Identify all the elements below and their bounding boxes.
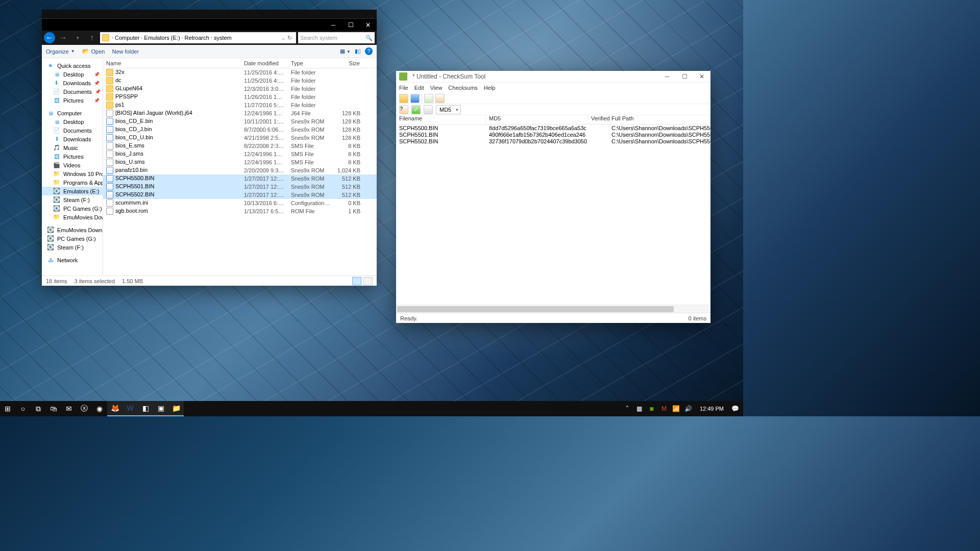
- nav-computer-item[interactable]: 🎵Music: [42, 143, 103, 152]
- nav-computer-item[interactable]: 🎬Videos: [42, 161, 103, 169]
- address-bar[interactable]: › Computer › Emulators (E:) › Retroarch …: [100, 32, 296, 43]
- maximize-button[interactable]: ☐: [676, 71, 693, 83]
- nav-quick-item[interactable]: ⬇Downloads📌: [42, 79, 103, 87]
- minimize-button[interactable]: ─: [325, 19, 342, 31]
- nav-computer-item[interactable]: 📁EmuMovies Downlo: [42, 213, 103, 221]
- col-date[interactable]: Date modified: [241, 60, 288, 66]
- recent-dropdown[interactable]: ▾: [71, 32, 84, 44]
- verify-button[interactable]: ✓: [411, 105, 421, 114]
- task-view-button[interactable]: ⧉: [31, 401, 46, 416]
- file-row[interactable]: SCPH5500.BIN 1/27/2017 12:39 PM Snes9x R…: [103, 174, 377, 183]
- details-view-button[interactable]: [352, 277, 361, 285]
- organize-menu[interactable]: Organize ▼: [46, 48, 75, 55]
- menu-file[interactable]: File: [399, 85, 408, 91]
- save-button[interactable]: [410, 94, 420, 103]
- menu-help[interactable]: Help: [484, 85, 496, 91]
- nav-quick-item[interactable]: 🖥Desktop📌: [42, 70, 103, 79]
- steam-icon[interactable]: ◉: [92, 401, 107, 416]
- minimize-button[interactable]: ─: [658, 71, 676, 83]
- nav-extra-item[interactable]: 💽EmuMovies Downloa: [42, 226, 103, 234]
- calculate-button[interactable]: [424, 105, 433, 114]
- col-md5[interactable]: MD5: [486, 115, 588, 124]
- file-row[interactable]: dc 11/25/2016 4:38 PM File folder: [103, 77, 377, 85]
- nav-computer-item[interactable]: 💽PC Games (G:): [42, 204, 103, 213]
- checksum-columns-header[interactable]: Filename MD5 Verified Full Path: [396, 115, 710, 124]
- file-row[interactable]: GLupeN64 12/3/2016 3:00 AM File folder: [103, 85, 377, 93]
- checksum-row[interactable]: SCPH5502.BIN 32736f17079d0b2b7024407c39b…: [396, 138, 710, 144]
- file-row[interactable]: sgb.boot.rom 1/13/2017 6:54 PM ROM File …: [103, 207, 377, 215]
- breadcrumb-segment[interactable]: Emulators (E:): [143, 35, 181, 41]
- nav-quick-access[interactable]: ★Quick access: [42, 61, 103, 70]
- menu-view[interactable]: View: [430, 85, 443, 91]
- help-button[interactable]: ?: [365, 47, 373, 55]
- nav-computer-item[interactable]: 📁Programs & Applica: [42, 178, 103, 187]
- store-icon[interactable]: 🛍: [46, 401, 61, 416]
- tray-chevron-icon[interactable]: ˄: [623, 405, 631, 413]
- checksum-row[interactable]: SCPH5500.BIN 8dd7d5296a650fac7319bce665a…: [396, 124, 710, 131]
- explorer-taskbar-icon[interactable]: 📁: [168, 401, 184, 416]
- view-options-button[interactable]: ▦ ▼: [340, 48, 351, 55]
- open-file-button[interactable]: [399, 94, 408, 103]
- file-row[interactable]: bios_E.sms 8/22/2008 2:30 AM SMS File 8 …: [103, 142, 377, 150]
- copy-button[interactable]: [424, 94, 433, 103]
- col-size[interactable]: Size: [334, 60, 363, 66]
- tray-gmail-icon[interactable]: M: [660, 405, 668, 413]
- col-filename[interactable]: Filename: [396, 115, 486, 124]
- word-icon[interactable]: W: [122, 401, 138, 416]
- checksum-list[interactable]: SCPH5500.BIN 8dd7d5296a650fac7319bce665a…: [396, 124, 710, 305]
- icons-view-button[interactable]: [363, 277, 373, 285]
- taskbar[interactable]: ⊞ ○ ⧉ 🛍 ✉ ⓧ ◉ 🦊 W ◧ ▣ 📁 ˄ ▦ ◙ M 📶 🔊 12:4…: [0, 401, 743, 416]
- nav-computer[interactable]: 🖥Computer: [42, 109, 103, 117]
- preview-pane-button[interactable]: ▮▯: [355, 48, 361, 55]
- search-input[interactable]: Search system 🔍: [298, 32, 375, 43]
- app-icon[interactable]: ◧: [138, 401, 153, 416]
- algorithm-dropdown[interactable]: MD5: [436, 105, 461, 114]
- file-row[interactable]: PPSSPP 11/26/2016 12:27 ... File folder: [103, 93, 377, 101]
- close-button[interactable]: ✕: [693, 71, 710, 83]
- firefox-icon[interactable]: 🦊: [107, 401, 122, 416]
- file-row[interactable]: panafz10.bin 2/20/2009 9:31 AM Snes9x RO…: [103, 166, 377, 174]
- action-center-icon[interactable]: 💬: [731, 405, 739, 413]
- nav-computer-item[interactable]: 💽Steam (F:): [42, 195, 103, 204]
- close-button[interactable]: ✕: [359, 19, 377, 31]
- xbox-icon[interactable]: ⓧ: [77, 401, 92, 416]
- checksum-row[interactable]: SCPH5501.BIN 490f666e1afb15b7362b406ed1c…: [396, 131, 710, 138]
- nav-quick-item[interactable]: 🖼Pictures📌: [42, 96, 103, 105]
- mail-icon[interactable]: ✉: [61, 401, 77, 416]
- file-row[interactable]: bios_CD_U.bin 4/21/1998 2:57 AM Snes9x R…: [103, 134, 377, 142]
- breadcrumb-segment[interactable]: Computer: [114, 35, 140, 41]
- nav-extra-item[interactable]: 💽Steam (F:): [42, 243, 103, 252]
- tray-network-icon[interactable]: 📶: [672, 405, 680, 413]
- horizontal-scrollbar[interactable]: [396, 305, 710, 313]
- breadcrumb-segment[interactable]: Retroarch: [184, 35, 210, 41]
- clear-button[interactable]: ?: [399, 105, 408, 114]
- col-type[interactable]: Type: [288, 60, 334, 66]
- nav-computer-item[interactable]: 📁Windows 10 Pro 64-: [42, 169, 103, 178]
- open-button[interactable]: 📂Open: [82, 48, 105, 55]
- tray-nvidia-icon[interactable]: ◙: [648, 405, 656, 413]
- breadcrumb-segment[interactable]: system: [213, 35, 233, 41]
- file-row[interactable]: bios_CD_E.bin 10/11/2001 1:22 PM Snes9x …: [103, 117, 377, 126]
- col-verified[interactable]: Verified: [588, 115, 608, 124]
- up-button[interactable]: ↑: [86, 32, 98, 44]
- nav-computer-item[interactable]: 🖥Desktop: [42, 117, 103, 126]
- maximize-button[interactable]: ☐: [342, 19, 359, 31]
- file-columns-header[interactable]: Name Date modified Type Size: [103, 58, 377, 68]
- checksum-tool-window[interactable]: * Untitled - CheckSum Tool ─ ☐ ✕ File Ed…: [396, 71, 710, 323]
- file-row[interactable]: scummvm.ini 10/13/2016 6:17 AM Configura…: [103, 199, 377, 207]
- forward-button[interactable]: →: [57, 32, 69, 44]
- taskbar-clock[interactable]: 12:49 PM: [697, 406, 727, 412]
- nav-computer-item[interactable]: 💽Emulators (E:): [42, 187, 103, 195]
- explorer-titlebar[interactable]: ─ ☐ ✕: [42, 19, 377, 31]
- file-row[interactable]: bios_CD_J.bin 8/7/2000 6:06 PM Snes9x RO…: [103, 126, 377, 134]
- paste-button[interactable]: [435, 94, 445, 103]
- file-explorer-window[interactable]: ─ ☐ ✕ ← → ▾ ↑ › Computer › Emulators (E:…: [42, 10, 377, 286]
- nav-computer-item[interactable]: 🖼Pictures: [42, 152, 103, 161]
- new-folder-button[interactable]: New folder: [112, 48, 139, 55]
- nav-computer-item[interactable]: 📄Documents: [42, 126, 103, 135]
- file-row[interactable]: ps1 11/27/2016 5:45 PM File folder: [103, 101, 377, 109]
- nav-network[interactable]: 🖧Network: [42, 256, 103, 264]
- tray-volume-icon[interactable]: 🔊: [684, 405, 693, 413]
- refresh-button[interactable]: ↻: [285, 35, 294, 41]
- start-button[interactable]: ⊞: [0, 401, 15, 416]
